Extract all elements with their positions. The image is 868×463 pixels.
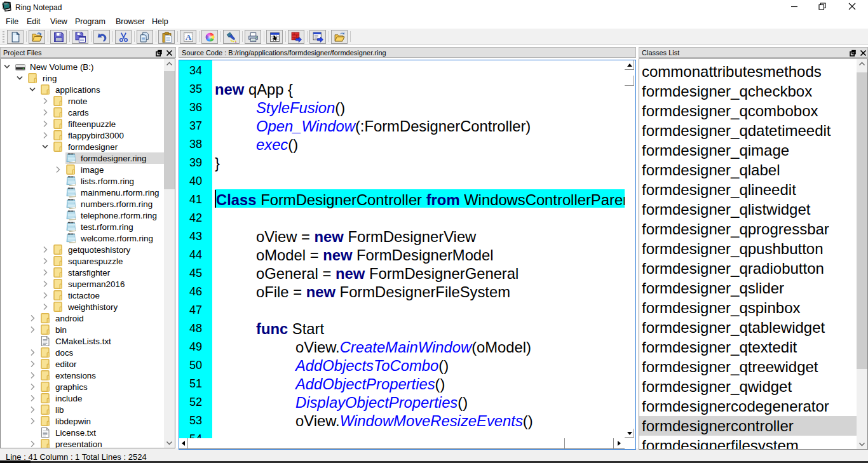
svg-text:A: A: [186, 32, 192, 42]
